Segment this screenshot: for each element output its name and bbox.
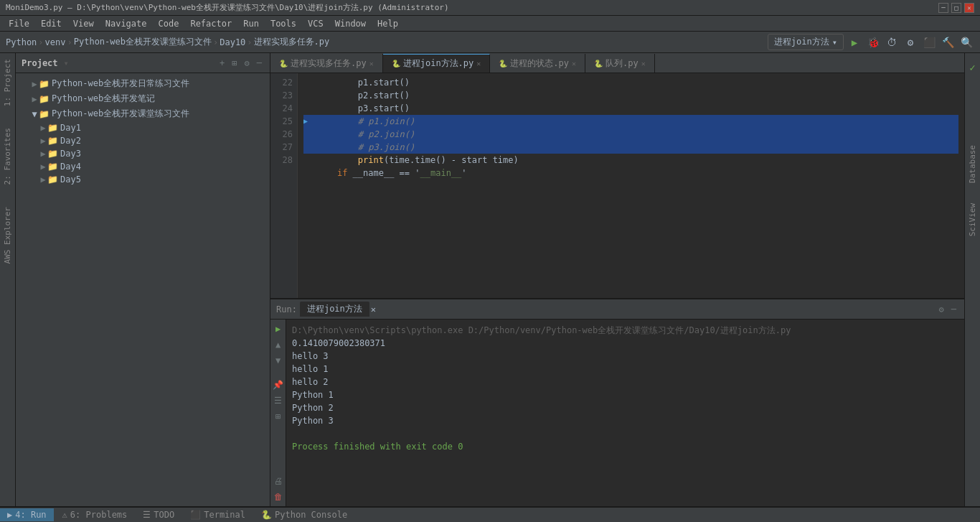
project-panel-title: Project — [22, 58, 58, 68]
code-line-25: ▶ # p1.join() — [303, 115, 958, 128]
menu-refactor[interactable]: Refactor — [184, 17, 237, 30]
scroll-down-button[interactable]: ▼ — [272, 354, 285, 367]
breadcrumb-python[interactable]: Python — [6, 37, 37, 47]
search-everywhere-button[interactable]: 🔍 — [958, 34, 974, 50]
tree-item-day2[interactable]: ▶ 📁 Day2 — [16, 134, 270, 147]
breadcrumb-day10[interactable]: Day10 — [220, 37, 245, 47]
run-list-button[interactable]: ☰ — [272, 394, 285, 407]
output-line-1: 0.1410079002380371 — [292, 337, 958, 350]
run-label: Run: — [276, 304, 297, 314]
tree-item-day4[interactable]: ▶ 📁 Day4 — [16, 160, 270, 173]
breadcrumb-file[interactable]: 进程实现多任务.py — [254, 36, 330, 48]
todo-icon: ☰ — [143, 510, 151, 520]
debug-button[interactable]: 🐞 — [865, 34, 881, 50]
run-tab-icon: ▶ — [7, 510, 12, 520]
tab-jinchengrenwu[interactable]: 🐍 进程实现多任务.py ✕ — [270, 54, 383, 73]
terminal-icon: ⬛ — [190, 510, 201, 520]
panel-settings-btn[interactable]: ⚙ — [242, 57, 252, 69]
sidebar-database[interactable]: Database — [966, 142, 979, 186]
line-numbers: 22 23 24 25 26 27 28 — [270, 73, 298, 298]
menu-view[interactable]: View — [67, 17, 100, 30]
menu-file[interactable]: File — [3, 17, 35, 30]
bottom-tab-run[interactable]: ▶ 4: Run — [0, 508, 54, 521]
tree-item-day3[interactable]: ▶ 📁 Day3 — [16, 147, 270, 160]
breadcrumb-venv[interactable]: venv — [45, 37, 66, 47]
tab-close-3[interactable]: ✕ — [641, 60, 646, 67]
tab-close-0[interactable]: ✕ — [369, 60, 374, 67]
sidebar-item-project[interactable]: 1: Project — [1, 56, 14, 109]
run-trash-button[interactable]: 🗑 — [272, 490, 285, 503]
tab-jinchengState[interactable]: 🐍 进程的状态.py ✕ — [490, 54, 585, 73]
coverage-button[interactable]: ⏱ — [884, 34, 900, 50]
bottom-tab-python-console[interactable]: 🐍 Python Console — [254, 508, 354, 521]
run-filter-button[interactable]: ⊞ — [272, 410, 285, 423]
tree-item-practice[interactable]: ▼ 📁 Python-web全栈开发课堂练习文件 — [16, 106, 270, 121]
tree-item-day5[interactable]: ▶ 📁 Day5 — [16, 173, 270, 186]
run-left-icons: ▶ ▲ ▼ 📌 ☰ ⊞ 🖨 🗑 — [270, 320, 286, 506]
menu-navigate[interactable]: Navigate — [100, 17, 153, 30]
bottom-tab-terminal[interactable]: ⬛ Terminal — [183, 508, 253, 521]
menu-window[interactable]: Window — [329, 17, 372, 30]
run-settings-btn[interactable]: ⚙ — [937, 304, 946, 315]
window-controls: ─ □ ✕ — [938, 3, 974, 13]
run-output: D:\Python\venv\Scripts\python.exe D:/Pyt… — [286, 320, 964, 506]
run-minimize-btn[interactable]: ─ — [949, 304, 958, 315]
tab-close-1[interactable]: ✕ — [476, 60, 481, 67]
bottom-tab-todo[interactable]: ☰ TODO — [136, 508, 182, 521]
sidebar-item-aws[interactable]: AWS Explorer — [1, 204, 14, 266]
menu-edit[interactable]: Edit — [35, 17, 67, 30]
run-tab-active[interactable]: 进程join方法 — [300, 302, 369, 317]
run-config-selector[interactable]: 进程join方法 ▾ — [768, 34, 844, 50]
output-line-6: Python 2 — [292, 401, 958, 414]
output-line-5: Python 1 — [292, 388, 958, 401]
project-tree: ▶ 📁 Python-web全栈开发日常练习文件 ▶ 📁 Python-web全… — [16, 73, 270, 506]
run-print-button[interactable]: 🖨 — [272, 475, 285, 488]
panel-add-btn[interactable]: + — [217, 57, 227, 69]
code-line-27: # p3.join() — [303, 141, 958, 154]
output-line-7: Python 3 — [292, 414, 958, 427]
menu-help[interactable]: Help — [372, 17, 404, 30]
output-line-3: hello 1 — [292, 363, 958, 376]
panel-layout-btn[interactable]: ⊞ — [230, 57, 239, 69]
build-button[interactable]: 🔨 — [940, 34, 956, 50]
run-header: Run: 进程join方法 ✕ ⚙ ─ — [270, 299, 964, 320]
bottom-tab-problems[interactable]: ⚠ 6: Problems — [55, 508, 135, 521]
run-tab-close[interactable]: ✕ — [371, 304, 376, 314]
code-line-22: p1.start() — [303, 76, 958, 89]
right-checkmark-icon[interactable]: ✓ — [969, 62, 975, 73]
sidebar-sciview[interactable]: SciView — [966, 200, 979, 239]
run-config-label: 进程join方法 — [774, 36, 829, 48]
menu-code[interactable]: Code — [153, 17, 185, 30]
panel-dropdown-icon[interactable]: ▾ — [64, 58, 69, 68]
code-line-if: if __name__ == '__main__' — [303, 167, 958, 180]
close-button[interactable]: ✕ — [964, 3, 974, 13]
code-line-23: p2.start() — [303, 89, 958, 102]
tree-item-day1[interactable]: ▶ 📁 Day1 — [16, 121, 270, 134]
python-console-icon: 🐍 — [261, 510, 272, 520]
tree-item-daily[interactable]: ▶ 📁 Python-web全栈开发日常练习文件 — [16, 76, 270, 91]
code-editor[interactable]: p1.start() p2.start() p3.start() ▶ # p1.… — [298, 73, 964, 298]
breadcrumb-folder[interactable]: Python-web全栈开发课堂练习文件 — [74, 36, 212, 48]
menu-tools[interactable]: Tools — [265, 17, 302, 30]
run-content: ▶ ▲ ▼ 📌 ☰ ⊞ 🖨 🗑 D:\Python\venv\Scripts\p… — [270, 320, 964, 506]
run-button[interactable]: ▶ — [847, 34, 862, 50]
tree-item-notes[interactable]: ▶ 📁 Python-web全栈开发笔记 — [16, 91, 270, 106]
menu-vcs[interactable]: VCS — [302, 17, 329, 30]
code-line-28: print(time.time() - start time) — [303, 154, 958, 167]
tab-queue[interactable]: 🐍 队列.py ✕ — [585, 54, 655, 73]
rerun-button[interactable]: ▶ — [272, 322, 285, 335]
profile-button[interactable]: ⚙ — [903, 34, 918, 50]
tab-close-2[interactable]: ✕ — [572, 60, 576, 67]
stop-button[interactable]: ⬛ — [921, 34, 937, 50]
scroll-up-button[interactable]: ▲ — [272, 338, 285, 351]
minimize-button[interactable]: ─ — [938, 3, 948, 13]
sidebar-item-favorites[interactable]: 2: Favorites — [1, 125, 14, 187]
panel-minimize-btn[interactable]: ─ — [255, 57, 264, 69]
menu-run[interactable]: Run — [237, 17, 265, 30]
tab-jinchengJoin[interactable]: 🐍 进程join方法.py ✕ — [383, 54, 491, 73]
maximize-button[interactable]: □ — [951, 3, 961, 13]
title-text: MoniDemo3.py – D:\Python\venv\Python-web… — [6, 2, 449, 13]
run-pin-button[interactable]: 📌 — [272, 378, 285, 391]
code-line-24: p3.start() — [303, 102, 958, 115]
editor-area: 🐍 进程实现多任务.py ✕ 🐍 进程join方法.py ✕ 🐍 进程的状态.p… — [270, 53, 964, 506]
